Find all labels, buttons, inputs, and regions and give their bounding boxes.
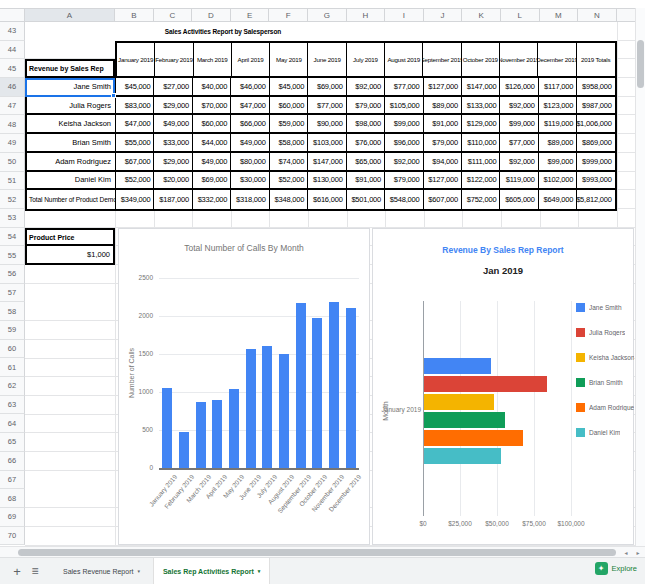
value-cell[interactable]: $46,000 xyxy=(230,78,268,95)
row-header[interactable]: 43 xyxy=(0,22,25,41)
rep-name-cell[interactable]: Julia Rogers xyxy=(27,97,115,114)
column-header[interactable]: N xyxy=(578,8,617,22)
row-header[interactable]: 45 xyxy=(0,59,25,78)
vertical-scrollbar[interactable] xyxy=(635,8,645,557)
row-header[interactable]: 64 xyxy=(0,414,25,433)
rep-name-cell[interactable]: Keisha Jackson xyxy=(27,115,115,132)
month-header-cell[interactable]: December 2019 xyxy=(538,43,576,76)
value-cell[interactable]: $127,000 xyxy=(423,172,461,189)
value-cell[interactable]: $119,000 xyxy=(499,172,537,189)
total-value-cell[interactable]: $607,000 xyxy=(423,190,461,209)
product-price-value-cell[interactable]: $1,000 xyxy=(27,246,113,263)
value-cell[interactable]: $130,000 xyxy=(307,172,345,189)
column-header[interactable]: H xyxy=(347,8,386,22)
value-cell[interactable]: $69,000 xyxy=(307,78,345,95)
value-cell[interactable]: $90,000 xyxy=(307,115,345,132)
row-header[interactable]: 47 xyxy=(0,97,25,116)
value-cell[interactable]: $129,000 xyxy=(461,115,499,132)
value-cell[interactable]: $119,000 xyxy=(538,115,576,132)
value-cell[interactable]: $89,000 xyxy=(423,97,461,114)
tab-menu-arrow-icon[interactable]: ▾ xyxy=(258,568,261,574)
value-cell[interactable]: $29,000 xyxy=(153,97,191,114)
column-header[interactable]: L xyxy=(501,8,540,22)
value-cell[interactable]: $122,000 xyxy=(461,172,499,189)
value-cell[interactable]: $44,000 xyxy=(192,134,230,151)
scroll-left-icon[interactable]: ◂ xyxy=(620,547,632,558)
column-header[interactable]: E xyxy=(231,8,270,22)
column-header[interactable]: D xyxy=(192,8,231,22)
report-title[interactable]: Sales Activities Report by Salesperson xyxy=(25,22,421,41)
value-cell[interactable]: $993,000 xyxy=(576,172,614,189)
month-header-cell[interactable]: August 2019 xyxy=(385,43,423,76)
row-header[interactable]: 61 xyxy=(0,358,25,377)
value-cell[interactable]: $99,000 xyxy=(384,115,422,132)
column-header[interactable]: F xyxy=(269,8,308,22)
value-cell[interactable]: $29,000 xyxy=(153,153,191,170)
row-header[interactable]: 57 xyxy=(0,284,25,303)
rep-name-cell[interactable]: Brian Smith xyxy=(27,134,115,151)
total-value-cell[interactable]: $501,000 xyxy=(346,190,384,209)
row-header[interactable]: 62 xyxy=(0,377,25,396)
value-cell[interactable]: $98,000 xyxy=(346,115,384,132)
column-header[interactable]: M xyxy=(540,8,579,22)
row-header[interactable]: 65 xyxy=(0,433,25,452)
value-cell[interactable]: $49,000 xyxy=(153,115,191,132)
month-header-cell[interactable]: September 2019 xyxy=(423,43,461,76)
value-cell[interactable]: $126,000 xyxy=(499,78,537,95)
value-cell[interactable]: $111,000 xyxy=(461,153,499,170)
row-header[interactable]: 60 xyxy=(0,340,25,359)
row-header[interactable]: 63 xyxy=(0,396,25,415)
total-value-cell[interactable]: $318,000 xyxy=(230,190,268,209)
month-header-cell[interactable]: November 2019 xyxy=(500,43,538,76)
value-cell[interactable]: $33,000 xyxy=(153,134,191,151)
row-header[interactable]: 54 xyxy=(0,228,25,247)
value-cell[interactable]: $59,000 xyxy=(269,115,307,132)
value-cell[interactable]: $89,000 xyxy=(538,134,576,151)
month-header-cell[interactable]: March 2019 xyxy=(194,43,232,76)
value-cell[interactable]: $110,000 xyxy=(461,134,499,151)
total-value-cell[interactable]: $187,000 xyxy=(153,190,191,209)
value-cell[interactable]: $69,000 xyxy=(192,172,230,189)
total-value-cell[interactable]: $348,000 xyxy=(269,190,307,209)
month-header-cell[interactable]: 2019 Totals xyxy=(577,43,615,76)
row-header[interactable]: 59 xyxy=(0,321,25,340)
value-cell[interactable]: $99,000 xyxy=(538,153,576,170)
value-cell[interactable]: $92,000 xyxy=(346,78,384,95)
tab-menu-arrow-icon[interactable]: ▾ xyxy=(137,568,140,574)
value-cell[interactable]: $127,000 xyxy=(423,78,461,95)
product-price-label-cell[interactable]: Product Price xyxy=(27,230,113,247)
value-cell[interactable]: $147,000 xyxy=(307,153,345,170)
value-cell[interactable]: $92,000 xyxy=(499,153,537,170)
total-value-cell[interactable]: $649,000 xyxy=(538,190,576,209)
column-header[interactable]: A xyxy=(25,8,115,22)
explore-button[interactable]: ✦ Explore xyxy=(595,562,637,575)
row-header[interactable]: 46 xyxy=(0,78,25,97)
column-header[interactable]: G xyxy=(308,8,347,22)
value-cell[interactable]: $30,000 xyxy=(230,172,268,189)
value-cell[interactable]: $70,000 xyxy=(192,97,230,114)
value-cell[interactable]: $76,000 xyxy=(346,134,384,151)
total-value-cell[interactable]: $605,000 xyxy=(499,190,537,209)
fill-handle[interactable] xyxy=(111,93,116,98)
value-cell[interactable]: $147,000 xyxy=(461,78,499,95)
add-sheet-button[interactable]: + xyxy=(8,558,26,584)
tab-sales-revenue-report[interactable]: Sales Revenue Report ▾ xyxy=(54,558,149,584)
value-cell[interactable]: $40,000 xyxy=(192,78,230,95)
row-header[interactable]: 44 xyxy=(0,41,25,60)
value-cell[interactable]: $77,000 xyxy=(384,78,422,95)
vertical-scrollbar-thumb[interactable] xyxy=(637,40,644,88)
row-header[interactable]: 67 xyxy=(0,471,25,490)
rep-name-cell[interactable]: Daniel Kim xyxy=(27,172,115,189)
month-header-cell[interactable]: July 2019 xyxy=(347,43,385,76)
row-header[interactable]: 50 xyxy=(0,153,25,172)
totals-label-cell[interactable]: Total Number of Product Demos xyxy=(27,190,115,209)
rep-name-cell[interactable]: Adam Rodriguez xyxy=(27,153,115,170)
value-cell[interactable]: $55,000 xyxy=(115,134,153,151)
revenue-by-rep-chart[interactable]: Revenue By Sales Rep Report Jan 2019 Mon… xyxy=(372,228,634,545)
value-cell[interactable]: $67,000 xyxy=(115,153,153,170)
value-cell[interactable]: $60,000 xyxy=(269,97,307,114)
total-value-cell[interactable]: $349,000 xyxy=(115,190,153,209)
calls-by-month-chart[interactable]: Total Number of Calls By Month Number of… xyxy=(118,228,370,545)
section-label-cell[interactable]: Revenue by Sales Rep xyxy=(25,59,115,78)
value-cell[interactable]: $117,000 xyxy=(538,78,576,95)
